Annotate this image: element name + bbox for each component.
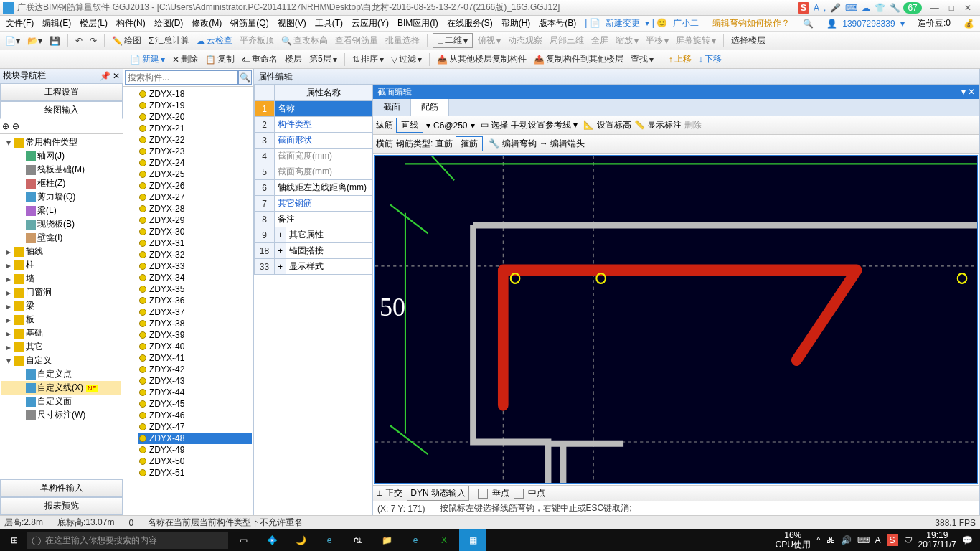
tab-draw-input[interactable]: 绘图输入 [0,101,123,119]
tree-node[interactable]: 尺寸标注(W) [1,408,121,422]
save-icon[interactable]: 💾 [47,34,62,47]
tree-node[interactable]: 轴网(J) [1,149,121,163]
menu-file[interactable]: 文件(F) [3,16,37,31]
prop-row[interactable]: 2构件类型 [255,117,372,133]
tab-section[interactable]: 截面 [373,99,411,116]
menu-edit[interactable]: 编辑(E) [39,16,74,31]
menu-rebar[interactable]: 钢筋量(Q) [227,16,271,31]
search-button[interactable]: 🔍 [238,70,252,85]
expand-icon[interactable]: ⊕ [2,121,9,131]
list-item[interactable]: ZDYX-37 [138,306,252,318]
del-button[interactable]: 删除 [684,119,702,131]
tree-node[interactable]: 筏板基础(M) [1,163,121,176]
cloudcheck-button[interactable]: ☁ 云检查 [194,33,235,48]
list-item[interactable]: ZDYX-27 [138,192,252,203]
pan-button[interactable]: 平移 ▾ [644,33,671,48]
menu-help[interactable]: 帮助(H) [499,16,534,31]
tab-project-settings[interactable]: 工程设置 [0,83,123,101]
menu-tool[interactable]: 工具(T) [312,16,346,31]
prop-row[interactable]: 18+锚固搭接 [255,243,372,259]
ime-a-icon[interactable]: A [814,3,819,13]
gxe-button[interactable]: 广小二 [670,17,702,29]
tray-def-icon[interactable]: 🛡 [904,535,913,545]
ime-cloud-icon[interactable]: ☁ [862,3,870,13]
set-elev-button[interactable]: 📐 设置标高 [583,119,631,131]
menu-draw[interactable]: 绘图(D) [151,16,187,31]
list-item[interactable]: ZDYX-44 [138,387,252,398]
rebar-spec[interactable]: C6@250 [433,121,468,131]
undo-icon[interactable]: ↶ [73,34,85,47]
fullscreen-button[interactable]: 全屏 [589,33,611,48]
down-button[interactable]: ↓ 下移 [697,52,724,67]
search-icon[interactable]: 🔍 [800,17,816,30]
list-item[interactable]: ZDYX-40 [138,341,252,352]
copyto-button[interactable]: 📤 复制构件到其他楼层 [532,52,626,67]
ime-mic-icon[interactable]: 🎤 [830,3,841,13]
menu-floor[interactable]: 楼层(L) [77,16,110,31]
prop-row[interactable]: 8备注 [255,212,372,227]
list-item[interactable]: ZDYX-31 [138,237,252,249]
list-item[interactable]: ZDYX-24 [138,157,252,169]
edit-hook-button[interactable]: 🔧 编辑弯钩 [489,138,536,150]
store-icon[interactable]: 🛍 [344,529,372,551]
menu-online[interactable]: 在线服务(S) [444,16,496,31]
tray-vol-icon[interactable]: 🔊 [841,535,852,545]
prop-row[interactable]: 1名称 [255,101,372,117]
tree-node[interactable]: 框柱(Z) [1,176,121,190]
list-item[interactable]: ZDYX-45 [138,398,252,410]
stirrup-button[interactable]: 箍筋 [456,136,483,151]
app-current-icon[interactable]: ▦ [459,529,486,551]
edge-icon[interactable]: e [316,529,343,551]
ie-icon[interactable]: e [402,529,429,551]
menu-cloud[interactable]: 云应用(Y) [349,16,392,31]
list-item[interactable]: ZDYX-22 [138,134,252,146]
list-item[interactable]: ZDYX-43 [138,375,252,387]
ortho-toggle[interactable]: ⊥ 正交 [376,487,402,499]
list-item[interactable]: ZDYX-30 [138,226,252,237]
list-item[interactable]: ZDYX-25 [138,169,252,180]
search-input[interactable] [125,70,238,85]
ime-icon[interactable]: , [824,3,826,13]
tree-node[interactable]: ▸墙 [1,272,121,286]
tree-node[interactable]: 壁龛(I) [1,231,121,245]
notif-icon[interactable]: 💬 [962,535,973,545]
list-item[interactable]: ZDYX-38 [138,318,252,329]
copyfrom-button[interactable]: 📥 从其他楼层复制构件 [435,52,529,67]
ime-shirt-icon[interactable]: 👕 [875,3,885,13]
prop-row[interactable]: 5截面高度(mm) [255,164,372,180]
start-button[interactable]: ⊞ [3,529,26,551]
tree-node[interactable]: 现浇板(B) [1,217,121,231]
list-item[interactable]: ZDYX-46 [138,410,252,421]
prop-row[interactable]: 6轴线距左边线距离(mm) [255,180,372,196]
new-button[interactable]: 📄 新建 ▾ [128,52,167,67]
up-button[interactable]: ↑ 上移 [666,52,694,67]
batchsel-button[interactable]: 批量选择 [383,33,422,48]
zoom-button[interactable]: 缩放 ▾ [613,33,641,48]
help-search[interactable]: 编辑弯钩如何操作？ [710,16,793,31]
menu-view[interactable]: 视图(V) [275,16,309,31]
menu-modify[interactable]: 修改(M) [189,16,225,31]
menu-bim[interactable]: BIM应用(I) [395,16,441,31]
user-phone[interactable]: 13907298339 [839,17,897,30]
rotate-button[interactable]: 屏幕旋转 ▾ [674,33,718,48]
menu-version[interactable]: 版本号(B) [536,16,579,31]
list-item[interactable]: ZDYX-33 [138,260,252,272]
new-change-button[interactable]: 新建变更 [603,17,643,29]
tray-s-icon[interactable]: S [887,534,898,546]
sort-button[interactable]: ⇅ 排序 ▾ [350,52,386,67]
menu-comp[interactable]: 构件(N) [113,16,149,31]
component-list[interactable]: ZDYX-18ZDYX-19ZDYX-20ZDYX-21ZDYX-22ZDYX-… [123,87,253,515]
elev-button[interactable]: 🔍 查改标高 [279,33,330,48]
list-item[interactable]: ZDYX-50 [138,456,252,467]
app1-icon[interactable]: 💠 [258,529,286,551]
tree-node[interactable]: 自定义面 [1,395,121,408]
ime-s-icon[interactable]: S [798,2,809,14]
tray-ime2-icon[interactable]: A [875,535,881,545]
list-item[interactable]: ZDYX-35 [138,283,252,295]
prop-row[interactable]: 7其它钢筋 [255,196,372,212]
selfloor-button[interactable]: 选择楼层 [729,33,768,48]
tree-node[interactable]: ▸门窗洞 [1,286,121,299]
prop-row[interactable]: 4截面宽度(mm) [255,149,372,164]
edit-end-button[interactable]: → 编辑端头 [540,138,585,150]
app2-icon[interactable]: 🌙 [287,529,314,551]
